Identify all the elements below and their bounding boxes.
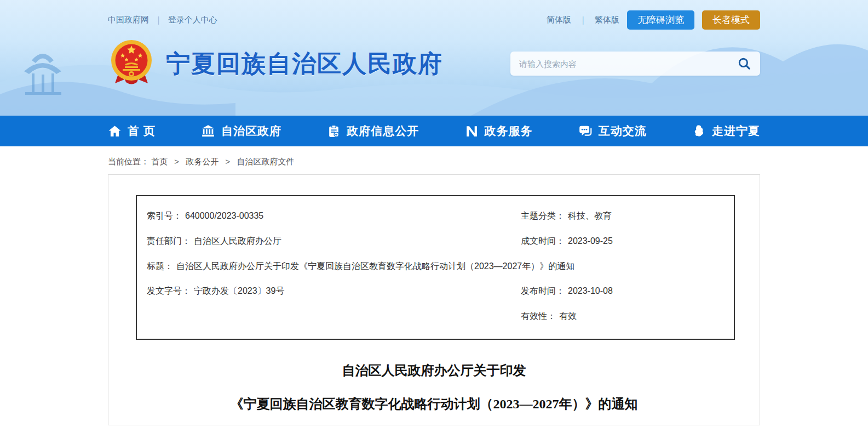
elder-mode-button[interactable]: 长者模式: [702, 10, 760, 30]
nav-item-about-ningxia[interactable]: 走进宁夏: [692, 116, 760, 146]
breadcrumb: 当前位置： 首页 > 政务公开 > 自治区政府文件: [108, 157, 760, 167]
breadcrumb-separator: >: [225, 157, 230, 166]
top-utility-bar: 中国政府网 ｜ 登录个人中心 简体版 ｜ 繁体版 无障碍浏览 长者模式: [108, 0, 760, 31]
publish-date-value: 2023-10-08: [568, 286, 613, 295]
accessibility-button[interactable]: 无障碍浏览: [627, 10, 694, 30]
document-title-block: 自治区人民政府办公厅关于印发 《宁夏回族自治区教育数字化战略行动计划（2023—…: [108, 362, 760, 425]
document-title-line2: 《宁夏回族自治区教育数字化战略行动计划（2023—2027年）》的通知: [108, 395, 760, 413]
separator: ｜: [154, 15, 163, 25]
government-building-icon: [201, 124, 215, 138]
nav-label: 政府信息公开: [347, 123, 419, 139]
publish-date-label: 发布时间：: [521, 286, 565, 295]
nav-item-gov-services[interactable]: 政务服务: [465, 116, 533, 146]
simplified-version-link[interactable]: 简体版: [547, 15, 571, 24]
responsible-department-label: 责任部门：: [147, 236, 191, 246]
separator: ｜: [579, 15, 587, 24]
breadcrumb-gov-disclosure[interactable]: 政务公开: [186, 157, 219, 166]
doc-number-value: 宁政办发〔2023〕39号: [194, 286, 284, 295]
breadcrumb-separator: >: [174, 157, 179, 166]
nav-label: 走进宁夏: [712, 123, 760, 139]
nav-item-regional-government[interactable]: 自治区政府: [201, 116, 281, 146]
document-container: 索引号：640000/2023-00335 主题分类：科技、教育 责任部门：自治…: [108, 174, 760, 425]
meta-row-index: 索引号：640000/2023-00335 主题分类：科技、教育: [147, 210, 724, 222]
search-input[interactable]: [519, 59, 736, 69]
gov-services-icon: [465, 124, 479, 138]
topic-category-value: 科技、教育: [568, 211, 612, 220]
meta-row-department: 责任部门：自治区人民政府办公厅 成文时间：2023-09-25: [147, 236, 724, 247]
nav-label: 首 页: [128, 123, 156, 139]
meta-row-docnumber: 发文字号：宁政办发〔2023〕39号 发布时间：2023-10-08: [147, 286, 724, 297]
document-metadata-table: 索引号：640000/2023-00335 主题分类：科技、教育 责任部门：自治…: [136, 195, 735, 340]
search-button[interactable]: [736, 55, 752, 72]
brand-row: 宁夏回族自治区人民政府: [108, 38, 760, 89]
search-icon: [737, 56, 751, 71]
doc-title-value: 自治区人民政府办公厅关于印发《宁夏回族自治区教育数字化战略行动计划（2023—2…: [176, 261, 574, 271]
traditional-version-link[interactable]: 繁体版: [595, 15, 619, 24]
nav-label: 政务服务: [485, 123, 533, 139]
info-disclosure-icon: [327, 124, 341, 138]
main-navigation: 首 页 自治区政府 政府信息公开: [0, 116, 868, 146]
search-box: [510, 52, 760, 76]
index-number-label: 索引号：: [147, 211, 182, 220]
nav-item-home[interactable]: 首 页: [108, 116, 156, 146]
gov-portal-link[interactable]: 中国政府网: [108, 15, 149, 25]
site-header: 中国政府网 ｜ 登录个人中心 简体版 ｜ 繁体版 无障碍浏览 长者模式: [0, 0, 868, 116]
breadcrumb-regional-gov-documents[interactable]: 自治区政府文件: [237, 157, 294, 166]
interaction-icon: [578, 124, 593, 138]
nav-label: 互动交流: [599, 123, 647, 139]
meta-row-validity: 有效性：有效: [147, 311, 724, 322]
ningxia-map-icon: [692, 124, 706, 138]
nav-label: 自治区政府: [221, 123, 281, 139]
nav-item-interaction[interactable]: 互动交流: [578, 116, 647, 146]
doc-title-label: 标题：: [147, 261, 173, 271]
meta-row-title: 标题：自治区人民政府办公厅关于印发《宁夏回族自治区教育数字化战略行动计划（202…: [147, 261, 724, 272]
nav-item-info-disclosure[interactable]: 政府信息公开: [327, 116, 419, 146]
site-title[interactable]: 宁夏回族自治区人民政府: [166, 48, 443, 80]
document-title-line1: 自治区人民政府办公厅关于印发: [108, 362, 760, 379]
breadcrumb-home[interactable]: 首页: [151, 157, 168, 166]
doc-number-label: 发文字号：: [147, 286, 191, 295]
validity-value: 有效: [559, 311, 577, 321]
written-date-label: 成文时间：: [521, 236, 565, 246]
breadcrumb-label: 当前位置：: [108, 157, 149, 166]
login-link[interactable]: 登录个人中心: [168, 15, 217, 25]
index-number-value: 640000/2023-00335: [185, 211, 263, 220]
national-emblem-logo[interactable]: [108, 38, 155, 89]
responsible-department-value: 自治区人民政府办公厅: [194, 236, 281, 246]
written-date-value: 2023-09-25: [568, 236, 613, 246]
home-icon: [108, 124, 122, 138]
validity-label: 有效性：: [521, 311, 556, 321]
topic-category-label: 主题分类：: [521, 211, 565, 220]
